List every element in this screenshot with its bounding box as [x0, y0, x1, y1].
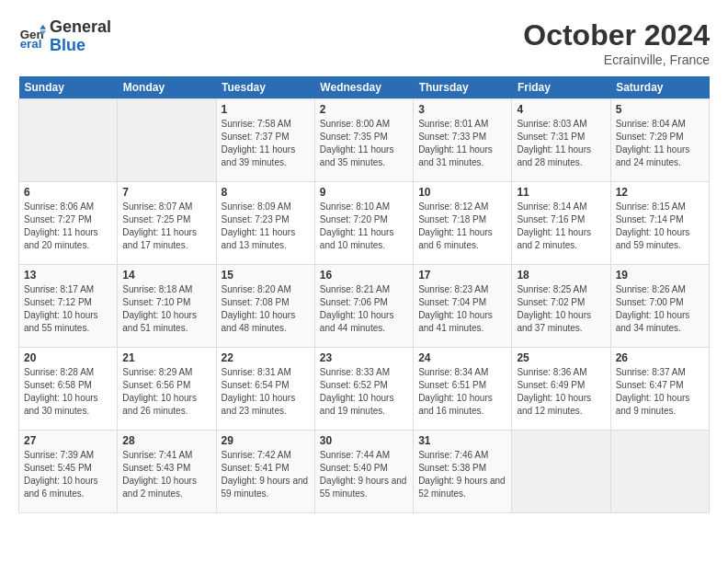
day-info: Sunrise: 8:20 AMSunset: 7:08 PMDaylight:… [222, 283, 310, 335]
calendar-cell: 22Sunrise: 8:31 AMSunset: 6:54 PMDayligh… [216, 348, 314, 431]
calendar-cell: 2Sunrise: 8:00 AMSunset: 7:35 PMDaylight… [314, 99, 413, 182]
day-info: Sunrise: 7:46 AMSunset: 5:38 PMDaylight:… [418, 449, 506, 500]
day-info: Sunrise: 8:31 AMSunset: 6:54 PMDaylight:… [222, 366, 310, 418]
calendar-cell [118, 99, 216, 182]
day-info: Sunrise: 8:37 AMSunset: 6:47 PMDaylight:… [616, 366, 704, 418]
calendar-cell: 19Sunrise: 8:26 AMSunset: 7:00 PMDayligh… [610, 265, 709, 348]
day-info: Sunrise: 7:44 AMSunset: 5:40 PMDaylight:… [320, 449, 408, 500]
day-info: Sunrise: 8:34 AMSunset: 6:51 PMDaylight:… [418, 366, 506, 418]
calendar-week-row: 20Sunrise: 8:28 AMSunset: 6:58 PMDayligh… [19, 348, 710, 431]
calendar-cell: 18Sunrise: 8:25 AMSunset: 7:02 PMDayligh… [512, 265, 610, 348]
day-info: Sunrise: 8:21 AMSunset: 7:06 PMDaylight:… [320, 283, 408, 335]
day-number: 31 [418, 434, 506, 447]
day-number: 3 [418, 103, 506, 116]
day-number: 21 [122, 351, 210, 364]
day-number: 22 [222, 351, 310, 364]
day-info: Sunrise: 8:15 AMSunset: 7:14 PMDaylight:… [616, 201, 704, 252]
day-info: Sunrise: 8:06 AMSunset: 7:27 PMDaylight:… [24, 201, 112, 252]
calendar-cell: 25Sunrise: 8:36 AMSunset: 6:49 PMDayligh… [512, 348, 610, 431]
calendar-cell: 30Sunrise: 7:44 AMSunset: 5:40 PMDayligh… [314, 431, 413, 513]
weekday-header-wednesday: Wednesday [314, 76, 413, 99]
day-info: Sunrise: 8:29 AMSunset: 6:56 PMDaylight:… [122, 366, 210, 418]
day-number: 24 [418, 351, 506, 364]
calendar-cell: 24Sunrise: 8:34 AMSunset: 6:51 PMDayligh… [414, 348, 512, 431]
calendar-cell: 4Sunrise: 8:03 AMSunset: 7:31 PMDaylight… [512, 99, 610, 182]
day-info: Sunrise: 8:14 AMSunset: 7:16 PMDaylight:… [517, 201, 605, 252]
calendar-cell: 5Sunrise: 8:04 AMSunset: 7:29 PMDaylight… [610, 99, 709, 182]
day-info: Sunrise: 8:18 AMSunset: 7:10 PMDaylight:… [122, 283, 210, 335]
calendar-cell: 29Sunrise: 7:42 AMSunset: 5:41 PMDayligh… [216, 431, 314, 513]
day-number: 30 [320, 434, 408, 447]
location: Ecrainville, France [523, 52, 710, 67]
calendar-cell: 27Sunrise: 7:39 AMSunset: 5:45 PMDayligh… [19, 431, 118, 513]
logo-icon: Gen eral [18, 23, 46, 51]
day-info: Sunrise: 8:07 AMSunset: 7:25 PMDaylight:… [122, 201, 210, 252]
day-number: 19 [616, 269, 704, 282]
calendar-cell [610, 431, 709, 513]
calendar-cell: 11Sunrise: 8:14 AMSunset: 7:16 PMDayligh… [512, 182, 610, 265]
calendar-cell: 23Sunrise: 8:33 AMSunset: 6:52 PMDayligh… [314, 348, 413, 431]
calendar-cell: 21Sunrise: 8:29 AMSunset: 6:56 PMDayligh… [118, 348, 216, 431]
day-number: 25 [517, 351, 605, 364]
day-number: 27 [24, 434, 112, 447]
weekday-header-thursday: Thursday [414, 76, 512, 99]
calendar-cell: 9Sunrise: 8:10 AMSunset: 7:20 PMDaylight… [314, 182, 413, 265]
day-info: Sunrise: 7:42 AMSunset: 5:41 PMDaylight:… [222, 449, 310, 500]
day-info: Sunrise: 8:23 AMSunset: 7:04 PMDaylight:… [418, 283, 506, 335]
day-number: 20 [24, 351, 112, 364]
day-number: 12 [616, 186, 704, 199]
logo-text-general: General [50, 18, 111, 37]
weekday-header-saturday: Saturday [610, 76, 709, 99]
day-info: Sunrise: 8:17 AMSunset: 7:12 PMDaylight:… [24, 283, 112, 335]
calendar-cell: 6Sunrise: 8:06 AMSunset: 7:27 PMDaylight… [19, 182, 118, 265]
day-number: 16 [320, 269, 408, 282]
svg-text:eral: eral [20, 36, 42, 50]
day-info: Sunrise: 8:00 AMSunset: 7:35 PMDaylight:… [320, 118, 408, 169]
day-info: Sunrise: 8:03 AMSunset: 7:31 PMDaylight:… [517, 118, 605, 169]
calendar-cell: 15Sunrise: 8:20 AMSunset: 7:08 PMDayligh… [216, 265, 314, 348]
calendar-cell: 20Sunrise: 8:28 AMSunset: 6:58 PMDayligh… [19, 348, 118, 431]
day-number: 14 [122, 269, 210, 282]
calendar-cell: 26Sunrise: 8:37 AMSunset: 6:47 PMDayligh… [610, 348, 709, 431]
calendar-week-row: 1Sunrise: 7:58 AMSunset: 7:37 PMDaylight… [19, 99, 710, 182]
calendar-cell: 1Sunrise: 7:58 AMSunset: 7:37 PMDaylight… [216, 99, 314, 182]
day-number: 11 [517, 186, 605, 199]
weekday-header-monday: Monday [118, 76, 216, 99]
day-info: Sunrise: 7:39 AMSunset: 5:45 PMDaylight:… [24, 449, 112, 500]
calendar-cell: 17Sunrise: 8:23 AMSunset: 7:04 PMDayligh… [414, 265, 512, 348]
day-info: Sunrise: 8:01 AMSunset: 7:33 PMDaylight:… [418, 118, 506, 169]
day-info: Sunrise: 7:41 AMSunset: 5:43 PMDaylight:… [122, 449, 210, 500]
logo-text-blue: Blue [50, 37, 111, 55]
day-info: Sunrise: 7:58 AMSunset: 7:37 PMDaylight:… [222, 118, 310, 169]
calendar-cell: 8Sunrise: 8:09 AMSunset: 7:23 PMDaylight… [216, 182, 314, 265]
day-info: Sunrise: 8:04 AMSunset: 7:29 PMDaylight:… [616, 118, 704, 169]
day-number: 7 [122, 186, 210, 199]
calendar-week-row: 27Sunrise: 7:39 AMSunset: 5:45 PMDayligh… [19, 431, 710, 513]
day-number: 2 [320, 103, 408, 116]
day-number: 15 [222, 269, 310, 282]
day-number: 4 [517, 103, 605, 116]
day-number: 1 [222, 103, 310, 116]
day-number: 9 [320, 186, 408, 199]
weekday-header-row: SundayMondayTuesdayWednesdayThursdayFrid… [19, 76, 710, 99]
day-info: Sunrise: 8:09 AMSunset: 7:23 PMDaylight:… [222, 201, 310, 252]
calendar-cell: 12Sunrise: 8:15 AMSunset: 7:14 PMDayligh… [610, 182, 709, 265]
day-info: Sunrise: 8:33 AMSunset: 6:52 PMDaylight:… [320, 366, 408, 418]
day-number: 13 [24, 269, 112, 282]
day-number: 23 [320, 351, 408, 364]
calendar-cell: 7Sunrise: 8:07 AMSunset: 7:25 PMDaylight… [118, 182, 216, 265]
calendar-cell: 13Sunrise: 8:17 AMSunset: 7:12 PMDayligh… [19, 265, 118, 348]
weekday-header-tuesday: Tuesday [216, 76, 314, 99]
day-number: 28 [122, 434, 210, 447]
calendar-week-row: 6Sunrise: 8:06 AMSunset: 7:27 PMDaylight… [19, 182, 710, 265]
day-number: 5 [616, 103, 704, 116]
calendar-cell: 3Sunrise: 8:01 AMSunset: 7:33 PMDaylight… [414, 99, 512, 182]
day-info: Sunrise: 8:12 AMSunset: 7:18 PMDaylight:… [418, 201, 506, 252]
calendar-cell [512, 431, 610, 513]
page-header: Gen eral General Blue October 2024 Ecrai… [18, 18, 710, 67]
day-info: Sunrise: 8:36 AMSunset: 6:49 PMDaylight:… [517, 366, 605, 418]
day-info: Sunrise: 8:10 AMSunset: 7:20 PMDaylight:… [320, 201, 408, 252]
day-number: 17 [418, 269, 506, 282]
calendar-cell [19, 99, 118, 182]
weekday-header-friday: Friday [512, 76, 610, 99]
